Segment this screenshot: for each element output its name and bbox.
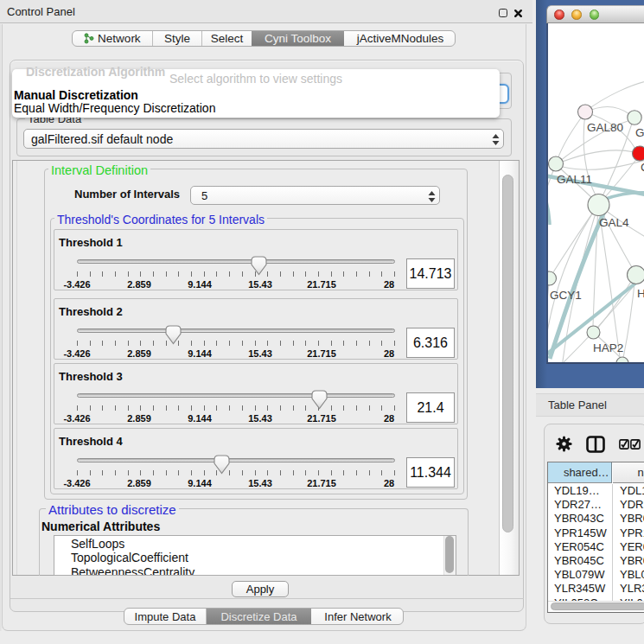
svg-text:GCY1: GCY1 [550,289,582,302]
svg-text:CY: CY [641,161,644,174]
svg-text:HI: HI [637,287,644,300]
svg-text:GAL80: GAL80 [587,121,623,134]
svg-text:GA: GA [635,126,644,139]
svg-text:HAP2: HAP2 [593,341,623,354]
svg-text:GAL11: GAL11 [557,173,592,186]
svg-text:GAL4: GAL4 [599,216,629,229]
